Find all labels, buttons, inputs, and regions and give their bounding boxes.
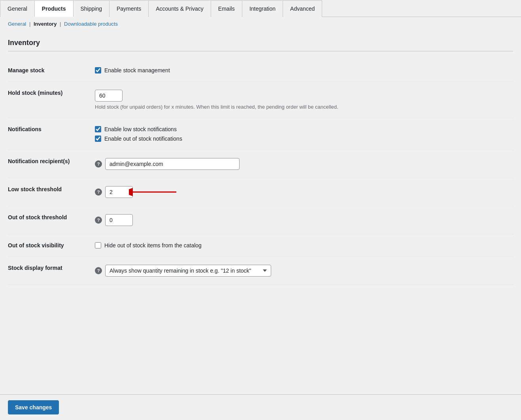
subnav-downloadable-link[interactable]: Downloadable products bbox=[64, 21, 118, 27]
stock-display-format-label: Stock display format bbox=[8, 265, 62, 271]
notification-recipient-label: Notification recipient(s) bbox=[8, 158, 70, 164]
out-of-stock-threshold-help-icon[interactable]: ? bbox=[95, 217, 102, 224]
main-content: Inventory Manage stock Enable stock mana… bbox=[0, 31, 521, 293]
subnav-general-link[interactable]: General bbox=[8, 21, 26, 27]
tab-accounts-privacy[interactable]: Accounts & Privacy bbox=[148, 0, 211, 17]
tab-emails[interactable]: Emails bbox=[211, 0, 242, 17]
out-of-stock-notification-label[interactable]: Enable out of stock notifications bbox=[104, 136, 182, 142]
tab-payments[interactable]: Payments bbox=[109, 0, 149, 17]
stock-display-format-field: ? Always show quantity remaining in stoc… bbox=[95, 265, 513, 277]
out-of-stock-threshold-label: Out of stock threshold bbox=[8, 214, 67, 220]
breadcrumb: General | Inventory | Downloadable produ… bbox=[0, 17, 521, 31]
hold-stock-row: Hold stock (minutes) Hold stock (for unp… bbox=[8, 82, 513, 118]
manage-stock-row: Manage stock Enable stock management bbox=[8, 59, 513, 82]
stock-display-format-help-icon[interactable]: ? bbox=[95, 267, 102, 274]
breadcrumb-separator: | bbox=[29, 21, 30, 27]
tab-products[interactable]: Products bbox=[34, 0, 74, 17]
out-of-stock-notification-row: Enable out of stock notifications bbox=[95, 136, 513, 142]
low-stock-threshold-label: Low stock threshold bbox=[8, 186, 62, 192]
low-stock-threshold-input[interactable] bbox=[105, 186, 133, 198]
annotation-arrow bbox=[129, 184, 184, 200]
manage-stock-checkbox-row: Enable stock management bbox=[95, 67, 513, 73]
notification-recipient-field: ? bbox=[95, 158, 513, 170]
out-of-stock-notification-checkbox[interactable] bbox=[95, 136, 101, 142]
tab-general[interactable]: General bbox=[0, 0, 35, 17]
stock-display-format-select[interactable]: Always show quantity remaining in stock … bbox=[105, 265, 271, 277]
manage-stock-checkbox[interactable] bbox=[95, 67, 101, 73]
notification-recipient-input[interactable] bbox=[105, 158, 240, 170]
out-of-stock-threshold-field: ? bbox=[95, 214, 513, 226]
tab-advanced[interactable]: Advanced bbox=[283, 0, 322, 17]
settings-form: Manage stock Enable stock management Hol… bbox=[8, 59, 513, 285]
out-of-stock-visibility-row: Out of stock visibility Hide out of stoc… bbox=[8, 234, 513, 257]
footer-bar: Save changes bbox=[0, 394, 521, 420]
notifications-row: Notifications Enable low stock notificat… bbox=[8, 118, 513, 150]
hold-stock-label: Hold stock (minutes) bbox=[8, 90, 62, 96]
low-stock-threshold-arrow-container bbox=[105, 186, 133, 198]
low-stock-threshold-help-icon[interactable]: ? bbox=[95, 188, 102, 196]
notification-recipient-row: Notification recipient(s) ? bbox=[8, 150, 513, 178]
low-stock-notification-checkbox[interactable] bbox=[95, 126, 101, 132]
notification-recipient-help-icon[interactable]: ? bbox=[95, 160, 102, 168]
save-changes-button[interactable]: Save changes bbox=[8, 400, 59, 414]
section-title: Inventory bbox=[8, 39, 513, 51]
tab-bar: General Products Shipping Payments Accou… bbox=[0, 0, 521, 17]
manage-stock-label: Manage stock bbox=[8, 67, 45, 73]
low-stock-notification-row: Enable low stock notifications bbox=[95, 126, 513, 132]
tab-shipping[interactable]: Shipping bbox=[73, 0, 110, 17]
tab-integration[interactable]: Integration bbox=[242, 0, 283, 17]
hold-stock-input[interactable] bbox=[95, 90, 123, 102]
out-of-stock-visibility-checkbox-label[interactable]: Hide out of stock items from the catalog bbox=[104, 242, 202, 249]
hold-stock-description: Hold stock (for unpaid orders) for x min… bbox=[95, 104, 372, 110]
manage-stock-checkbox-label[interactable]: Enable stock management bbox=[104, 67, 170, 73]
out-of-stock-visibility-checkbox[interactable] bbox=[95, 242, 101, 249]
subnav-inventory-current: Inventory bbox=[34, 21, 57, 27]
low-stock-notification-label[interactable]: Enable low stock notifications bbox=[104, 126, 177, 132]
out-of-stock-threshold-input[interactable] bbox=[105, 214, 133, 226]
breadcrumb-separator2: | bbox=[60, 21, 61, 27]
stock-display-format-row: Stock display format ? Always show quant… bbox=[8, 257, 513, 285]
low-stock-threshold-row: Low stock threshold ? bbox=[8, 178, 513, 206]
out-of-stock-visibility-checkbox-row: Hide out of stock items from the catalog bbox=[95, 242, 513, 249]
notifications-label: Notifications bbox=[8, 126, 42, 132]
low-stock-threshold-field: ? bbox=[95, 186, 513, 198]
out-of-stock-threshold-row: Out of stock threshold ? bbox=[8, 206, 513, 234]
out-of-stock-visibility-label: Out of stock visibility bbox=[8, 242, 64, 249]
